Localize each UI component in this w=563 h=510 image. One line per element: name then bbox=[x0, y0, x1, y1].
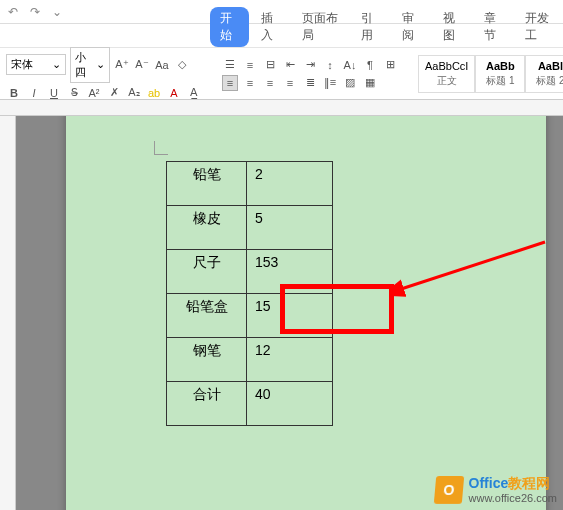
align-justify-icon[interactable]: ≡ bbox=[282, 75, 298, 91]
table-row[interactable]: 橡皮5 bbox=[167, 206, 333, 250]
cell-value[interactable]: 153 bbox=[247, 250, 333, 294]
style-normal[interactable]: AaBbCcI 正文 bbox=[418, 55, 475, 93]
text-effects-icon[interactable]: ✗ bbox=[106, 85, 122, 101]
increase-font-icon[interactable]: A⁺ bbox=[114, 57, 130, 73]
style-name: 标题 2 bbox=[532, 74, 563, 88]
number-list-icon[interactable]: ≡ bbox=[242, 57, 258, 73]
document-page[interactable]: 铅笔2 橡皮5 尺子153 铅笔盒15 钢笔12 合计40 bbox=[66, 116, 546, 510]
tab-sections[interactable]: 章节 bbox=[474, 7, 513, 47]
document-area: 铅笔2 橡皮5 尺子153 铅笔盒15 钢笔12 合计40 bbox=[16, 116, 563, 510]
clear-format-icon[interactable]: ◇ bbox=[174, 57, 190, 73]
distribute-icon[interactable]: ≣ bbox=[302, 75, 318, 91]
strike-icon[interactable]: S̶ bbox=[66, 85, 82, 101]
multilevel-list-icon[interactable]: ⊟ bbox=[262, 57, 278, 73]
superscript-icon[interactable]: A² bbox=[86, 85, 102, 101]
font-name-combo[interactable]: 宋体⌄ bbox=[6, 54, 66, 75]
cell-value[interactable]: 5 bbox=[247, 206, 333, 250]
cell-label[interactable]: 橡皮 bbox=[167, 206, 247, 250]
watermark-logo-icon: O bbox=[433, 476, 463, 504]
style-heading2[interactable]: AaBl 标题 2 bbox=[525, 55, 563, 93]
tab-home[interactable]: 开始 bbox=[210, 7, 249, 47]
style-preview: AaBl bbox=[532, 60, 563, 72]
decrease-font-icon[interactable]: A⁻ bbox=[134, 57, 150, 73]
cell-label[interactable]: 铅笔盒 bbox=[167, 294, 247, 338]
tab-developer[interactable]: 开发工 bbox=[515, 7, 563, 47]
underline-icon[interactable]: U bbox=[46, 85, 62, 101]
show-marks-icon[interactable]: ¶ bbox=[362, 57, 378, 73]
style-name: 正文 bbox=[425, 74, 468, 88]
tab-page-layout[interactable]: 页面布局 bbox=[292, 7, 350, 47]
sort-icon[interactable]: A↓ bbox=[342, 57, 358, 73]
borders2-icon[interactable]: ▦ bbox=[362, 75, 378, 91]
cell-value[interactable]: 40 bbox=[247, 382, 333, 426]
cell-value[interactable]: 15 bbox=[247, 294, 333, 338]
tab-insert[interactable]: 插入 bbox=[251, 7, 290, 47]
qat-dropdown-icon[interactable]: ⌄ bbox=[52, 5, 66, 19]
paragraph-mark-icon bbox=[154, 141, 168, 155]
vertical-ruler[interactable] bbox=[0, 116, 16, 510]
table-row[interactable]: 钢笔12 bbox=[167, 338, 333, 382]
decrease-indent-icon[interactable]: ⇤ bbox=[282, 57, 298, 73]
align-center-icon[interactable]: ≡ bbox=[242, 75, 258, 91]
font-color-icon[interactable]: A bbox=[166, 85, 182, 101]
font-size-combo[interactable]: 小四⌄ bbox=[70, 47, 110, 83]
align-left-icon[interactable]: ≡ bbox=[222, 75, 238, 91]
cell-label[interactable]: 铅笔 bbox=[167, 162, 247, 206]
undo-icon[interactable]: ↶ bbox=[8, 5, 22, 19]
increase-indent-icon[interactable]: ⇥ bbox=[302, 57, 318, 73]
table-row[interactable]: 合计40 bbox=[167, 382, 333, 426]
cell-value[interactable]: 12 bbox=[247, 338, 333, 382]
highlight-icon[interactable]: ab bbox=[146, 85, 162, 101]
bullet-list-icon[interactable]: ☰ bbox=[222, 57, 238, 73]
text-direction-icon[interactable]: ↕ bbox=[322, 57, 338, 73]
watermark-brand: Office教程网 bbox=[469, 476, 557, 491]
shading-icon[interactable]: ▨ bbox=[342, 75, 358, 91]
style-name: 标题 1 bbox=[482, 74, 518, 88]
tab-review[interactable]: 审阅 bbox=[392, 7, 431, 47]
table-row[interactable]: 尺子153 bbox=[167, 250, 333, 294]
change-case-icon[interactable]: Aa bbox=[154, 57, 170, 73]
phonetic-icon[interactable]: A̲ bbox=[186, 85, 202, 101]
styles-gallery: AaBbCcI 正文 AaBb 标题 1 AaBl 标题 2 bbox=[418, 55, 563, 93]
align-right-icon[interactable]: ≡ bbox=[262, 75, 278, 91]
cell-label[interactable]: 尺子 bbox=[167, 250, 247, 294]
cell-label[interactable]: 合计 bbox=[167, 382, 247, 426]
cell-label[interactable]: 钢笔 bbox=[167, 338, 247, 382]
line-spacing-icon[interactable]: ‖≡ bbox=[322, 75, 338, 91]
document-table[interactable]: 铅笔2 橡皮5 尺子153 铅笔盒15 钢笔12 合计40 bbox=[166, 161, 333, 426]
tab-view[interactable]: 视图 bbox=[433, 7, 472, 47]
ribbon: 宋体⌄ 小四⌄ A⁺ A⁻ Aa ◇ B I U S̶ A² ✗ A₂ ab A… bbox=[0, 48, 563, 100]
table-row[interactable]: 铅笔2 bbox=[167, 162, 333, 206]
redo-icon[interactable]: ↷ bbox=[30, 5, 44, 19]
ribbon-tabs: 开始 插入 页面布局 引用 审阅 视图 章节 开发工 bbox=[0, 24, 563, 48]
horizontal-ruler[interactable] bbox=[0, 100, 563, 116]
subscript-icon[interactable]: A₂ bbox=[126, 85, 142, 101]
borders-icon[interactable]: ⊞ bbox=[382, 57, 398, 73]
tab-references[interactable]: 引用 bbox=[351, 7, 390, 47]
watermark-url: www.office26.com bbox=[469, 492, 557, 504]
watermark: O Office教程网 www.office26.com bbox=[435, 476, 557, 504]
style-preview: AaBbCcI bbox=[425, 60, 468, 72]
italic-icon[interactable]: I bbox=[26, 85, 42, 101]
style-heading1[interactable]: AaBb 标题 1 bbox=[475, 55, 525, 93]
cell-value[interactable]: 2 bbox=[247, 162, 333, 206]
bold-icon[interactable]: B bbox=[6, 85, 22, 101]
style-preview: AaBb bbox=[482, 60, 518, 72]
table-row[interactable]: 铅笔盒15 bbox=[167, 294, 333, 338]
